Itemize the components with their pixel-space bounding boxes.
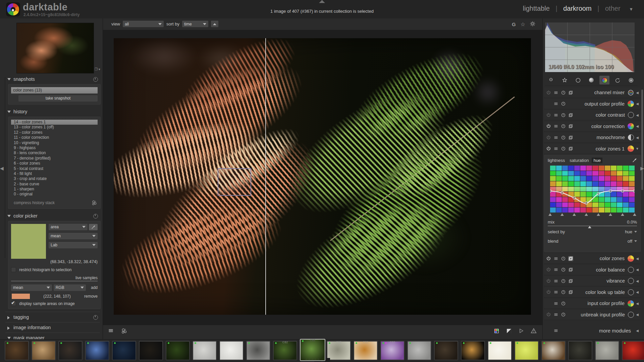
view-darkroom[interactable]: darkroom bbox=[563, 5, 591, 12]
history-item[interactable]: 5 - local contrast bbox=[11, 166, 98, 171]
left-panel-grabber[interactable]: ◀ bbox=[0, 166, 4, 171]
restrict-histogram-checkbox[interactable] bbox=[11, 267, 16, 272]
power-icon[interactable] bbox=[546, 124, 551, 129]
chevron-left-icon[interactable]: ◀ bbox=[634, 302, 641, 305]
history-item[interactable]: 0 - original bbox=[11, 192, 98, 197]
chevron-left-icon[interactable]: ◀ bbox=[634, 268, 641, 272]
tab-saturation[interactable]: saturation bbox=[570, 158, 589, 163]
curve-node-marker[interactable] bbox=[609, 213, 612, 216]
blend-row[interactable]: blend off bbox=[548, 239, 637, 244]
compress-history-icon[interactable] bbox=[92, 200, 97, 207]
chevron-left-icon[interactable]: ◀ bbox=[634, 124, 641, 128]
module-color-contrast[interactable]: color contrast◀ bbox=[544, 110, 641, 120]
presets-icon[interactable] bbox=[553, 146, 558, 151]
navigation-thumbnail[interactable] bbox=[16, 23, 94, 73]
module-channel-mixer[interactable]: channel mixer◀ bbox=[544, 87, 641, 98]
color-picker-area-box[interactable] bbox=[218, 168, 251, 196]
snapshot-item[interactable]: color zones (13) bbox=[11, 87, 98, 94]
group-correction-swirl[interactable] bbox=[613, 76, 623, 84]
filmstrip-thumb-clock[interactable] bbox=[407, 341, 431, 360]
sort-direction-button[interactable] bbox=[211, 21, 218, 27]
filmstrip-thumb-night-sky[interactable] bbox=[112, 341, 136, 360]
module-vibrance[interactable]: vibrance◀ bbox=[544, 276, 641, 286]
history-item[interactable]: 13 - color zones 1 (off) bbox=[11, 125, 98, 130]
filmstrip-thumb-dark-counter[interactable] bbox=[434, 341, 458, 360]
filmstrip-thumb-ferns-green[interactable]: C82 bbox=[273, 341, 297, 360]
picker-colorspace-dropdown[interactable]: Lab bbox=[49, 242, 98, 248]
display-samples-row[interactable]: display sample areas on image bbox=[11, 301, 98, 306]
display-samples-checkbox[interactable] bbox=[11, 301, 16, 306]
right-panel-grabber[interactable]: ▶ bbox=[640, 166, 644, 171]
history-header[interactable]: history bbox=[5, 107, 103, 116]
history-item[interactable]: 2 - base curve bbox=[11, 182, 98, 187]
reset-icon[interactable] bbox=[561, 135, 566, 140]
filmstrip-thumb-fern-dark[interactable] bbox=[166, 341, 190, 360]
presets-icon[interactable] bbox=[553, 267, 558, 272]
filmstrip-thumb-crack-white[interactable] bbox=[219, 341, 244, 360]
reset-icon[interactable] bbox=[561, 301, 566, 306]
curve-node-marker[interactable] bbox=[621, 213, 624, 216]
second-window-icon[interactable] bbox=[121, 328, 127, 335]
history-item[interactable]: 12 - color zones bbox=[11, 130, 98, 135]
chevron-left-icon[interactable]: ◀ bbox=[634, 113, 641, 117]
chevron-down-icon[interactable]: ▼ bbox=[634, 147, 641, 150]
reset-icon[interactable] bbox=[561, 290, 566, 295]
color-picker-header[interactable]: color picker bbox=[5, 212, 103, 220]
instance-icon[interactable] bbox=[568, 90, 573, 95]
module-monochrome[interactable]: monochrome◀ bbox=[544, 132, 641, 142]
reset-icon[interactable] bbox=[561, 90, 566, 95]
chevron-left-icon[interactable]: ◀ bbox=[634, 329, 641, 333]
view-filter-dropdown[interactable]: all bbox=[123, 21, 164, 27]
module-color-balance[interactable]: color balance◀ bbox=[544, 265, 641, 275]
history-item[interactable]: 9 - highpass bbox=[11, 145, 98, 150]
reset-icon[interactable] bbox=[561, 146, 566, 151]
color-picker-button[interactable] bbox=[89, 224, 98, 230]
chevron-left-icon[interactable]: ◀ bbox=[634, 279, 641, 283]
module-output-color-profile[interactable]: output color profile◀ bbox=[544, 99, 641, 109]
power-icon[interactable] bbox=[546, 113, 551, 118]
filmstrip-thumb-sparkler[interactable] bbox=[85, 341, 109, 360]
more-modules-row[interactable]: more modules ◀ bbox=[544, 326, 641, 336]
live-sample-swatch[interactable] bbox=[12, 294, 30, 299]
reset-icon[interactable] bbox=[561, 101, 566, 106]
right-panel-scrollbar[interactable] bbox=[641, 89, 643, 190]
star-icon[interactable]: ☆ bbox=[521, 21, 525, 27]
group-favorites-star[interactable] bbox=[560, 76, 570, 84]
module-color-look-up-table[interactable]: color look up table◀ bbox=[544, 287, 641, 297]
curve-node-marker[interactable] bbox=[597, 213, 600, 216]
filmstrip-thumb-foliage-yellow[interactable] bbox=[515, 341, 539, 360]
presets-icon[interactable] bbox=[553, 328, 558, 333]
history-item[interactable]: 11 - color correction bbox=[11, 135, 98, 140]
curve-node-marker[interactable] bbox=[585, 213, 588, 216]
curve-node-marker[interactable] bbox=[573, 213, 576, 216]
curve-node-marker[interactable] bbox=[560, 213, 564, 216]
presets-icon[interactable] bbox=[553, 279, 558, 284]
filmstrip-thumb-tulip-red[interactable] bbox=[622, 341, 644, 360]
filmstrip-thumb-dark-frame[interactable] bbox=[139, 341, 163, 360]
instance-icon[interactable] bbox=[568, 124, 573, 129]
presets-icon[interactable] bbox=[93, 315, 98, 320]
filmstrip-thumb-spaniel-dog[interactable] bbox=[541, 341, 566, 360]
sort-dropdown[interactable]: time bbox=[182, 21, 208, 27]
filmstrip-thumb-fern-selected[interactable]: C82☆☆☆☆☆ bbox=[300, 339, 325, 361]
filmstrip-thumb-boars[interactable] bbox=[5, 341, 29, 360]
history-item[interactable]: 3 - crop and rotate bbox=[11, 176, 98, 181]
gear-icon[interactable] bbox=[530, 21, 535, 27]
power-icon[interactable] bbox=[546, 256, 551, 261]
presets-icon[interactable] bbox=[553, 101, 558, 106]
navigation-zoom-controls[interactable]: ❐ ▾ bbox=[95, 67, 100, 71]
module-color-zones-1[interactable]: color zones 1▼ bbox=[544, 144, 641, 154]
presets-icon[interactable] bbox=[553, 124, 558, 129]
history-item[interactable]: 4 - fill light bbox=[11, 171, 98, 176]
presets-icon[interactable] bbox=[553, 135, 558, 140]
filmstrip-thumb-street-bw[interactable] bbox=[246, 341, 270, 360]
mix-slider[interactable] bbox=[548, 226, 637, 226]
presets-icon[interactable] bbox=[553, 256, 558, 261]
views-dropdown-icon[interactable]: ▼ bbox=[629, 7, 633, 12]
instance-icon[interactable] bbox=[568, 135, 573, 140]
tab-hue[interactable]: hue bbox=[592, 158, 602, 163]
reset-icon[interactable] bbox=[561, 267, 566, 272]
reset-icon[interactable] bbox=[561, 113, 566, 118]
power-icon[interactable] bbox=[546, 267, 551, 272]
filmstrip-thumb-stone-bridge[interactable] bbox=[595, 341, 619, 360]
